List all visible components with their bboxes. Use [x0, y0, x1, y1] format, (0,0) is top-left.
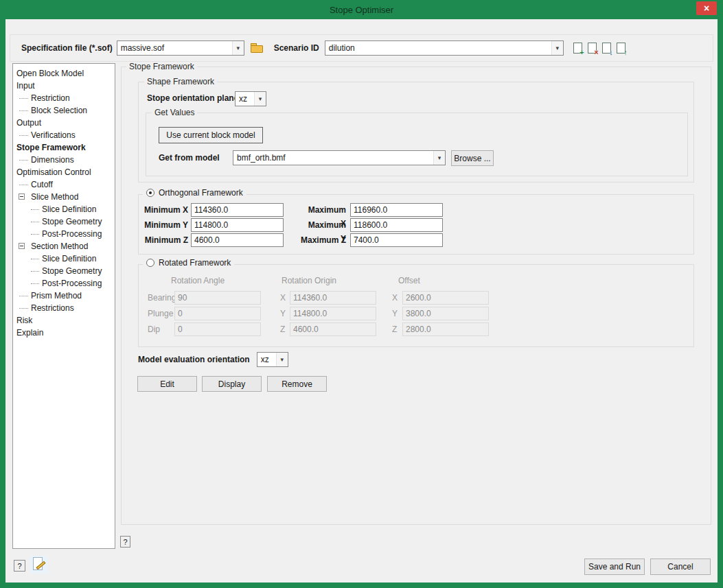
offset-x-label: X — [392, 291, 400, 305]
sidebar-item-restrictions[interactable]: Restrictions — [13, 302, 115, 314]
spec-file-value: massive.sof — [117, 43, 232, 53]
shape-framework-group: Shape Framework Stope orientation plane … — [138, 82, 694, 183]
offset-x-input — [402, 291, 489, 305]
get-from-model-value: bmf_orth.bmf — [233, 153, 433, 163]
model-evaluation-orientation-label: Model evaluation orientation — [138, 355, 250, 364]
stope-orientation-plane-label: Stope orientation plane — [147, 93, 238, 103]
scenario-new-icon[interactable]: + — [573, 43, 582, 54]
specification-panel: Specification file (*.sof) massive.sof ▾… — [10, 34, 713, 62]
origin-x-label: X — [280, 291, 288, 305]
get-from-model-label: Get from model — [159, 153, 220, 163]
minimum-y-label: Minimum Y — [141, 218, 188, 232]
sidebar-item-open-block-model[interactable]: Open Block Model — [13, 67, 115, 80]
close-icon: × — [704, 3, 709, 14]
spec-file-combo[interactable]: massive.sof ▾ — [117, 40, 244, 56]
dialog-body: Specification file (*.sof) massive.sof ▾… — [5, 19, 718, 583]
dip-input — [174, 322, 261, 336]
origin-z-input — [290, 322, 376, 336]
sidebar-item-restriction[interactable]: Restriction — [13, 92, 115, 104]
origin-y-input — [290, 307, 376, 320]
origin-z-label: Z — [280, 322, 288, 336]
offset-y-label: Y — [392, 307, 400, 320]
get-from-model-combo[interactable]: bmf_orth.bmf ▾ — [233, 150, 446, 165]
save-and-run-button[interactable]: Save and Run — [584, 558, 645, 575]
offset-z-input — [402, 322, 489, 336]
dialog-help-button[interactable]: ? — [14, 560, 25, 572]
model-evaluation-row: Model evaluation orientation xz ▾ — [138, 352, 288, 367]
orthogonal-framework-radio[interactable]: Orthogonal Framework — [143, 188, 246, 198]
scenario-delete-icon[interactable]: × — [588, 43, 597, 54]
sidebar-item-dimensions[interactable]: Dimensions — [13, 154, 115, 166]
stope-optimiser-window: { "window": { "title": "Stope Optimiser"… — [0, 0, 723, 588]
titlebar: Stope Optimiser — [0, 0, 723, 19]
orthogonal-framework-label: Orthogonal Framework — [159, 188, 243, 198]
plunge-input — [174, 307, 261, 320]
sidebar-item-optimisation-control[interactable]: Optimisation Control — [13, 166, 115, 178]
chevron-down-icon: ▾ — [232, 41, 244, 55]
rotated-framework-label: Rotated Framework — [159, 258, 231, 268]
sidebar-item-input[interactable]: Input — [13, 80, 115, 92]
minimum-z-input[interactable] — [191, 233, 284, 247]
remove-button[interactable]: Remove — [267, 376, 327, 392]
window-title: Stope Optimiser — [330, 5, 393, 15]
notes-icon[interactable] — [30, 556, 48, 574]
help-button[interactable]: ? — [120, 536, 130, 548]
maximum-z-label: Maximum Z — [301, 233, 346, 247]
navigation-tree: Open Block Model Input Restriction Block… — [12, 63, 115, 549]
collapse-icon[interactable] — [19, 243, 25, 249]
radio-unselected-icon — [146, 259, 154, 267]
stope-framework-group-title: Stope Framework — [126, 62, 197, 71]
orthogonal-framework-group: Orthogonal Framework Minimum X Maximum X… — [138, 194, 694, 255]
sidebar-item-section-method-post-processing[interactable]: Post-Processing — [13, 277, 115, 290]
collapse-icon[interactable] — [19, 193, 25, 200]
spec-file-label: Specification file (*.sof) — [21, 43, 113, 53]
offset-z-label: Z — [392, 322, 400, 336]
minimum-z-label: Minimum Z — [141, 233, 188, 247]
plunge-label: Plunge — [148, 307, 174, 320]
sidebar-item-slice-method-stope-geometry[interactable]: Stope Geometry — [13, 215, 115, 228]
use-current-block-model-button[interactable]: Use current block model — [159, 127, 263, 143]
sidebar-item-output[interactable]: Output — [13, 117, 115, 129]
stope-framework-group: Stope Framework Shape Framework Stope or… — [121, 67, 711, 525]
sidebar-item-stope-framework[interactable]: Stope Framework — [13, 141, 115, 154]
sidebar-item-slice-method-post-processing[interactable]: Post-Processing — [13, 228, 115, 240]
origin-y-label: Y — [280, 307, 288, 320]
close-button[interactable]: × — [696, 1, 717, 15]
sidebar-item-verifications[interactable]: Verifications — [13, 129, 115, 141]
sidebar-item-explain[interactable]: Explain — [13, 327, 115, 339]
stope-orientation-plane-combo[interactable]: xz ▾ — [235, 91, 266, 106]
cancel-button[interactable]: Cancel — [650, 558, 711, 575]
rotation-angle-header: Rotation Angle — [171, 276, 225, 285]
sidebar-item-section-method-slice-definition[interactable]: Slice Definition — [13, 252, 115, 265]
sidebar-item-risk[interactable]: Risk — [13, 314, 115, 327]
origin-x-input — [290, 291, 376, 305]
scenario-import-icon[interactable]: ↓ — [602, 43, 611, 54]
open-folder-icon[interactable] — [249, 40, 266, 56]
model-evaluation-orientation-combo[interactable]: xz ▾ — [257, 352, 288, 367]
model-evaluation-orientation-value: xz — [257, 355, 276, 364]
sidebar-item-cutoff[interactable]: Cutoff — [13, 178, 115, 191]
scenario-id-value: dilution — [325, 43, 551, 53]
sidebar-item-prism-method[interactable]: Prism Method — [13, 290, 115, 302]
rotated-framework-radio[interactable]: Rotated Framework — [143, 258, 234, 268]
display-button[interactable]: Display — [202, 376, 262, 392]
sidebar-item-section-method[interactable]: Section Method — [13, 240, 115, 252]
offset-y-input — [402, 307, 489, 320]
maximum-x-input[interactable] — [350, 203, 443, 217]
sidebar-item-slice-method[interactable]: Slice Method — [13, 191, 115, 203]
scenario-id-label: Scenario ID — [274, 43, 319, 53]
sidebar-item-section-method-stope-geometry[interactable]: Stope Geometry — [13, 265, 115, 277]
get-values-title: Get Values — [152, 108, 197, 117]
maximum-z-input[interactable] — [350, 233, 443, 247]
maximum-y-input[interactable] — [350, 218, 443, 232]
scenario-id-combo[interactable]: dilution ▾ — [325, 40, 564, 56]
minimum-x-input[interactable] — [191, 203, 284, 217]
scenario-export-icon[interactable]: ↑ — [617, 43, 626, 54]
sidebar-item-block-selection[interactable]: Block Selection — [13, 104, 115, 117]
edit-button[interactable]: Edit — [137, 376, 197, 392]
dip-label: Dip — [148, 322, 174, 336]
offset-header: Offset — [398, 276, 420, 285]
minimum-y-input[interactable] — [191, 218, 284, 232]
browse-button[interactable]: Browse ... — [451, 150, 494, 166]
sidebar-item-slice-method-slice-definition[interactable]: Slice Definition — [13, 203, 115, 215]
